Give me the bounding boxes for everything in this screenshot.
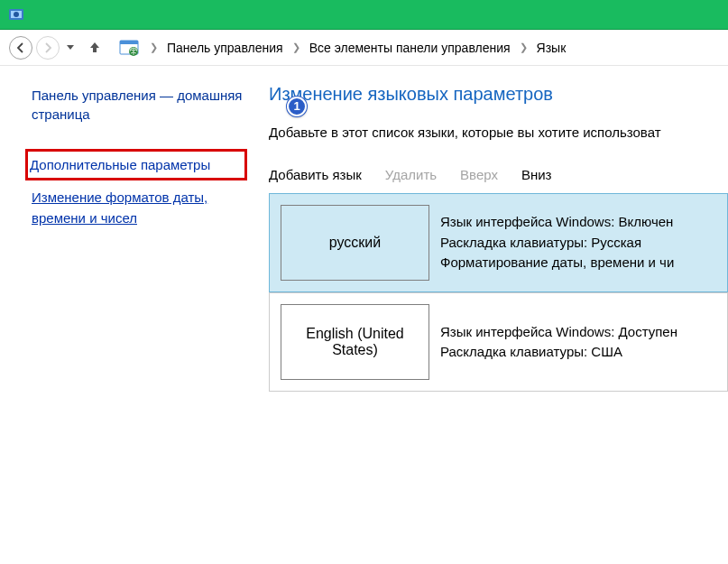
navbar: ❯ Панель управления ❯ Все элементы панел… [0, 30, 728, 66]
sidebar-links: Дополнительные параметры Изменение форма… [32, 149, 262, 228]
up-button[interactable] [81, 41, 108, 55]
content: Панель управления — домашняя страница 1 … [0, 66, 728, 564]
chevron-right-icon[interactable]: ❯ [512, 42, 535, 53]
recent-dropdown-icon[interactable] [63, 42, 78, 52]
svg-point-2 [14, 12, 19, 17]
language-details: Язык интерфейса Windows: Включен Расклад… [440, 194, 727, 291]
page-description: Добавьте в этот список языки, которые вы… [269, 125, 728, 140]
page-title: Изменение языковых параметров [269, 84, 728, 105]
toolbar: Добавить язык Удалить Вверх Вниз [269, 167, 728, 193]
breadcrumb: ❯ Панель управления ❯ Все элементы панел… [119, 38, 719, 58]
sidebar-home-link[interactable]: Панель управления — домашняя страница 1 [32, 86, 262, 124]
chevron-right-icon[interactable]: ❯ [285, 42, 308, 53]
lang-window-icon [119, 38, 139, 58]
sidebar-home-text: Панель управления — домашняя страница [32, 88, 242, 122]
annotation-highlight-box: Дополнительные параметры [25, 149, 247, 180]
language-name-box: English (United States) [281, 304, 429, 380]
sidebar-link-formats[interactable]: Изменение форматов даты, времени и чисел [32, 188, 230, 228]
main-panel: Изменение языковых параметров Добавьте в… [262, 66, 728, 564]
annotation-badge-1: 1 [287, 97, 307, 116]
toolbar-add-language[interactable]: Добавить язык [269, 167, 362, 182]
language-details: Язык интерфейса Windows: Доступен Раскла… [440, 293, 727, 391]
toolbar-down[interactable]: Вниз [521, 167, 552, 182]
language-name-box: русский [281, 205, 429, 281]
toolbar-remove[interactable]: Удалить [385, 167, 437, 182]
language-row[interactable]: English (United States) Язык интерфейса … [269, 292, 728, 392]
breadcrumb-item-2[interactable]: Язык [535, 39, 568, 57]
breadcrumb-item-1[interactable]: Все элементы панели управления [308, 39, 512, 57]
control-panel-icon [7, 5, 25, 23]
svg-rect-4 [120, 41, 138, 44]
forward-button[interactable] [36, 36, 60, 60]
titlebar [0, 0, 728, 30]
language-name: English (United States) [285, 326, 425, 358]
toolbar-up[interactable]: Вверх [460, 167, 498, 182]
chevron-right-icon[interactable]: ❯ [143, 42, 165, 53]
back-button[interactable] [9, 36, 32, 60]
sidebar-link-additional[interactable]: Дополнительные параметры [30, 157, 210, 172]
language-row[interactable]: русский Язык интерфейса Windows: Включен… [269, 193, 728, 292]
language-list: русский Язык интерфейса Windows: Включен… [269, 193, 728, 392]
sidebar: Панель управления — домашняя страница 1 … [0, 66, 262, 564]
breadcrumb-item-0[interactable]: Панель управления [165, 39, 285, 57]
language-name: русский [329, 235, 381, 251]
